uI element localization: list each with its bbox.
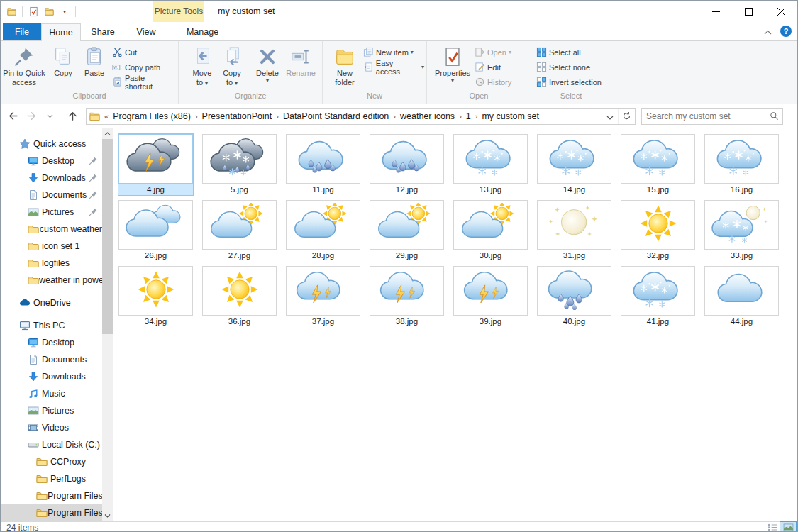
file-tile[interactable]: 27.jpg xyxy=(202,200,277,261)
qat-properties-icon[interactable] xyxy=(27,5,40,18)
breadcrumb-segment[interactable]: 1 xyxy=(464,111,473,121)
sidebar-item-weather-in-powe[interactable]: weather in powe xyxy=(1,272,102,289)
file-tile[interactable]: 16.jpg xyxy=(704,134,779,195)
history-button[interactable]: History xyxy=(472,74,528,89)
file-tile[interactable]: 15.jpg xyxy=(621,134,695,195)
sidebar-item-documents[interactable]: Documents xyxy=(1,351,102,368)
select-all-button[interactable]: Select all xyxy=(534,45,611,60)
breadcrumb-separator[interactable]: › xyxy=(193,112,200,121)
select-none-button[interactable]: Select none xyxy=(534,60,611,74)
copy-path-button[interactable]: W..Copy path xyxy=(110,60,177,74)
breadcrumb-separator[interactable]: › xyxy=(473,112,480,121)
recent-locations-icon[interactable] xyxy=(40,107,59,126)
properties-button[interactable]: Properties ▾ xyxy=(433,43,472,90)
sidebar-item-program-files[interactable]: Program Files xyxy=(1,487,102,504)
sidebar-item-desktop[interactable]: Desktop xyxy=(1,153,102,170)
file-tile[interactable]: 12.jpg xyxy=(370,134,444,195)
file-tile[interactable]: 29.jpg xyxy=(370,200,444,261)
breadcrumb-overflow-chevron[interactable]: « xyxy=(102,112,111,121)
breadcrumb-segment[interactable]: my custom set xyxy=(480,111,541,121)
back-button[interactable] xyxy=(4,107,22,126)
file-tile[interactable]: 36.jpg xyxy=(202,266,277,327)
scrollbar-thumb[interactable] xyxy=(102,139,113,334)
sidebar-item-music[interactable]: Music xyxy=(1,385,102,402)
new-folder-button[interactable]: Newfolder xyxy=(328,43,361,90)
minimize-button[interactable] xyxy=(699,1,732,22)
sidebar-item-onedrive[interactable]: OneDrive xyxy=(1,294,102,311)
delete-button[interactable]: Delete ▾ xyxy=(251,43,284,90)
qat-customize-icon[interactable]: ▾ xyxy=(58,5,71,18)
file-tile[interactable]: 38.jpg xyxy=(370,266,444,327)
breadcrumb-segment[interactable]: DataPoint Standard edition xyxy=(281,111,391,121)
breadcrumb-segment[interactable]: Program Files (x86) xyxy=(111,111,193,121)
address-bar[interactable]: «Program Files (x86)›PresentationPoint›D… xyxy=(86,108,636,125)
sidebar-item-desktop[interactable]: Desktop xyxy=(1,334,102,351)
search-icon[interactable] xyxy=(765,111,782,121)
qat-new-folder-icon[interactable] xyxy=(43,5,55,18)
qat-folder-icon[interactable] xyxy=(5,5,18,18)
invert-selection-button[interactable]: Invert selection xyxy=(534,74,611,89)
new-item-button[interactable]: New item▾ xyxy=(361,45,426,60)
scroll-up-icon[interactable] xyxy=(102,128,113,139)
file-tile[interactable]: 31.jpg xyxy=(537,200,611,261)
sidebar-item-icon-set-1[interactable]: icon set 1 xyxy=(1,238,102,255)
search-input[interactable] xyxy=(642,111,765,121)
rename-button[interactable]: Rename xyxy=(284,43,318,90)
copy-to-button[interactable]: Copyto▾ xyxy=(217,43,247,90)
cut-button[interactable]: Cut xyxy=(110,45,177,60)
thumbnail-view-button[interactable] xyxy=(780,522,796,532)
file-tile[interactable]: 32.jpg xyxy=(621,200,695,261)
tab-file[interactable]: File xyxy=(3,23,41,40)
sidebar-item-documents[interactable]: Documents xyxy=(1,187,102,204)
breadcrumb-segment[interactable]: PresentationPoint xyxy=(200,111,275,121)
details-view-button[interactable] xyxy=(765,522,780,532)
collapse-ribbon-icon[interactable] xyxy=(764,25,772,38)
edit-button[interactable]: Edit xyxy=(472,60,528,74)
forward-button[interactable] xyxy=(22,107,40,126)
file-tile[interactable]: 13.jpg xyxy=(453,134,528,195)
open-button[interactable]: Open▾ xyxy=(472,45,528,60)
sidebar-item-quick-access[interactable]: Quick access xyxy=(1,135,102,153)
easy-access-button[interactable]: Easy access▾ xyxy=(361,60,426,74)
copy-button[interactable]: Copy xyxy=(48,43,79,90)
file-tile[interactable]: 30.jpg xyxy=(453,200,528,261)
sidebar-item-program-files[interactable]: Program Files ( xyxy=(1,504,102,521)
breadcrumb-separator[interactable]: › xyxy=(457,112,464,121)
tab-view[interactable]: View xyxy=(125,23,167,40)
file-tile[interactable]: 4.jpg xyxy=(118,134,193,195)
up-button[interactable] xyxy=(63,107,82,126)
file-tile[interactable]: 11.jpg xyxy=(286,134,360,195)
file-tile[interactable]: 40.jpg xyxy=(537,266,611,327)
breadcrumb-separator[interactable]: › xyxy=(391,112,398,121)
tab-share[interactable]: Share xyxy=(81,23,125,40)
maximize-button[interactable] xyxy=(732,1,765,22)
breadcrumb-separator[interactable]: › xyxy=(274,112,281,121)
file-tile[interactable]: 33.jpg xyxy=(704,200,779,261)
file-tile[interactable]: 39.jpg xyxy=(453,266,528,327)
move-to-button[interactable]: Moveto▾ xyxy=(187,43,217,90)
sidebar-item-perflogs[interactable]: PerfLogs xyxy=(1,470,102,487)
file-tile[interactable]: 28.jpg xyxy=(286,200,360,261)
scroll-down-icon[interactable] xyxy=(102,511,113,521)
file-tile[interactable]: 5.jpg xyxy=(202,134,277,195)
sidebar-item-pictures[interactable]: Pictures xyxy=(1,204,102,221)
sidebar-item-downloads[interactable]: Downloads xyxy=(1,170,102,187)
refresh-icon[interactable] xyxy=(618,109,635,124)
pin-to-quick-access-button[interactable]: Pin to Quickaccess xyxy=(1,43,48,90)
file-tile[interactable]: 26.jpg xyxy=(118,200,193,261)
sidebar-scrollbar[interactable] xyxy=(102,128,113,521)
sidebar-item-ccproxy[interactable]: CCProxy xyxy=(1,453,102,470)
file-tile[interactable]: 44.jpg xyxy=(704,266,779,327)
help-icon[interactable]: ? xyxy=(780,26,792,37)
tab-manage[interactable]: Manage xyxy=(175,23,230,40)
sidebar-item-videos[interactable]: Videos xyxy=(1,419,102,436)
sidebar-item-pictures[interactable]: Pictures xyxy=(1,402,102,419)
sidebar-item-downloads[interactable]: Downloads xyxy=(1,368,102,385)
paste-shortcut-button[interactable]: Paste shortcut xyxy=(110,74,177,89)
file-tile[interactable]: 37.jpg xyxy=(286,266,360,327)
close-button[interactable] xyxy=(765,1,797,22)
file-tile[interactable]: 34.jpg xyxy=(118,266,193,327)
address-dropdown-icon[interactable] xyxy=(602,110,618,123)
tab-home[interactable]: Home xyxy=(41,23,81,41)
sidebar-item-logfiles[interactable]: logfiles xyxy=(1,255,102,272)
